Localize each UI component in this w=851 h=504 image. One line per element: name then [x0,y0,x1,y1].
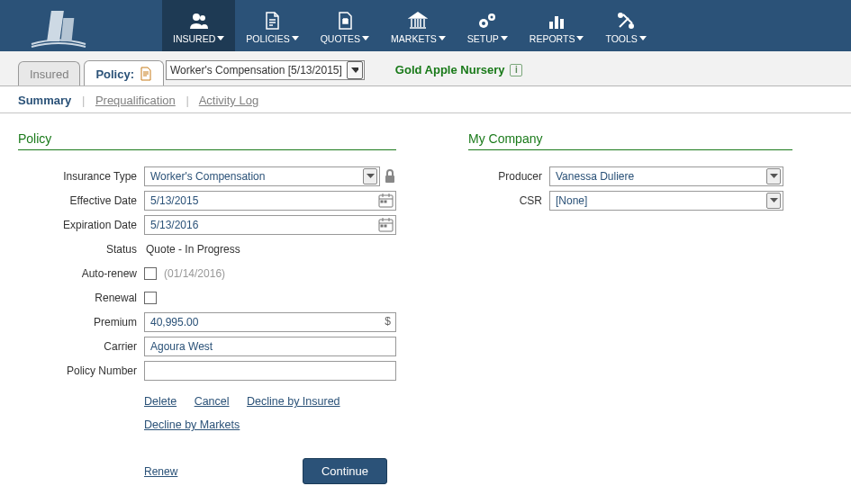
renewal-checkbox[interactable] [144,292,157,304]
nav-policies[interactable]: POLICIES [235,0,309,51]
policy-section: Policy Insurance Type Worker's Compensat… [18,131,396,484]
svg-rect-19 [385,225,386,227]
nav-label: QUOTES [321,33,360,44]
tertiary-activity-log[interactable]: Activity Log [199,94,258,107]
carrier-input[interactable] [144,337,396,356]
label-auto-renew: Auto-renew [18,267,144,280]
document-icon [140,67,152,81]
tab-policy-label: Policy: [95,68,134,81]
svg-point-2 [193,14,200,21]
tab-policy[interactable]: Policy: [84,60,164,86]
svg-rect-16 [385,201,386,202]
svg-point-7 [491,15,493,18]
label-insurance-type: Insurance Type [18,170,144,183]
chevron-down-icon [766,193,781,209]
bar-chart-icon [546,10,567,32]
chevron-down-icon [362,36,369,41]
sub-tab-bar: Insured Policy: Worker's Compensation [5… [0,51,851,86]
document-icon [261,10,283,32]
top-nav: INSURED POLICIES QUOTES MARKETS SETUP [0,0,851,51]
renew-link[interactable]: Renew [144,465,177,478]
lock-icon [384,169,396,184]
svg-rect-9 [555,16,558,29]
chevron-down-icon [363,168,377,184]
person-group-icon [188,10,210,32]
nav-insured[interactable]: INSURED [162,0,235,51]
action-links: Delete Cancel Decline by Insured Decline… [144,395,396,431]
tools-icon [615,10,637,32]
insured-name: Gold Apple Nursery i [395,63,523,76]
svg-rect-15 [381,201,383,202]
svg-rect-8 [549,22,553,29]
csr-select[interactable]: [None] [549,191,783,211]
producer-select[interactable]: Vanessa Duliere [549,166,783,186]
nav-setup[interactable]: SETUP [457,0,519,51]
nav-label: REPORTS [530,33,575,44]
chevron-down-icon [292,36,299,41]
decline-by-insured-link[interactable]: Decline by Insured [247,395,340,408]
premium-input[interactable] [144,312,396,332]
label-renewal: Renewal [18,292,144,304]
continue-button[interactable]: Continue [303,458,387,484]
tertiary-prequalification[interactable]: Prequalification [95,94,176,107]
calendar-icon[interactable] [378,217,394,232]
logo [27,4,90,49]
chevron-down-icon [576,36,584,41]
chevron-down-icon [766,168,781,184]
nav-label: INSURED [173,33,215,44]
effective-date-input[interactable] [144,191,396,211]
nav-items: INSURED POLICIES QUOTES MARKETS SETUP [162,0,657,51]
label-policy-number: Policy Number [18,364,144,377]
status-value: Quote - In Progress [144,243,240,256]
policy-number-input[interactable] [144,361,396,381]
policy-select[interactable]: Worker's Compensation [5/13/2015] [166,60,365,80]
svg-rect-0 [47,11,64,41]
info-icon[interactable]: i [510,64,522,76]
currency-symbol: $ [385,315,391,328]
svg-point-3 [200,15,205,21]
nav-reports[interactable]: REPORTS [519,0,595,51]
tertiary-summary[interactable]: Summary [18,94,71,107]
expiration-date-input[interactable] [144,215,396,235]
document-timer-icon [334,10,356,32]
tertiary-nav: Summary | Prequalification | Activity Lo… [0,86,851,113]
insurance-type-select[interactable]: Worker's Compensation [144,166,380,186]
calendar-icon[interactable] [378,193,394,208]
cancel-link[interactable]: Cancel [195,395,230,408]
tab-insured[interactable]: Insured [18,61,80,86]
chevron-down-icon[interactable] [347,61,363,79]
bank-icon [407,10,429,32]
delete-link[interactable]: Delete [144,395,177,408]
label-carrier: Carrier [18,340,144,353]
svg-rect-18 [381,225,383,227]
nav-label: TOOLS [605,33,637,44]
chevron-down-icon [217,36,224,41]
company-title: My Company [468,131,792,150]
policy-select-value: Worker's Compensation [5/13/2015] [167,64,346,76]
nav-label: SETUP [467,33,499,44]
nav-label: POLICIES [246,33,289,44]
content: Policy Insurance Type Worker's Compensat… [0,113,851,502]
svg-point-5 [482,22,485,25]
company-section: My Company Producer Vanessa Duliere CSR … [468,131,792,484]
auto-renew-hint: (01/14/2016) [164,267,225,280]
label-premium: Premium [18,316,144,328]
label-producer: Producer [468,170,549,183]
auto-renew-checkbox[interactable] [144,267,157,280]
svg-rect-1 [61,18,75,41]
nav-label: MARKETS [391,33,437,44]
svg-rect-10 [560,19,564,29]
label-effective-date: Effective Date [18,194,144,207]
decline-by-markets-link[interactable]: Decline by Markets [144,418,240,431]
label-expiration-date: Expiration Date [18,219,144,231]
svg-rect-13 [385,176,394,183]
label-status: Status [18,243,144,256]
nav-quotes[interactable]: QUOTES [310,0,380,51]
label-csr: CSR [468,194,549,207]
nav-markets[interactable]: MARKETS [380,0,457,51]
nav-tools[interactable]: TOOLS [594,0,656,51]
chevron-down-icon [639,36,647,41]
chevron-down-icon [501,36,508,41]
policy-title: Policy [18,131,396,150]
chevron-down-icon [439,36,446,41]
